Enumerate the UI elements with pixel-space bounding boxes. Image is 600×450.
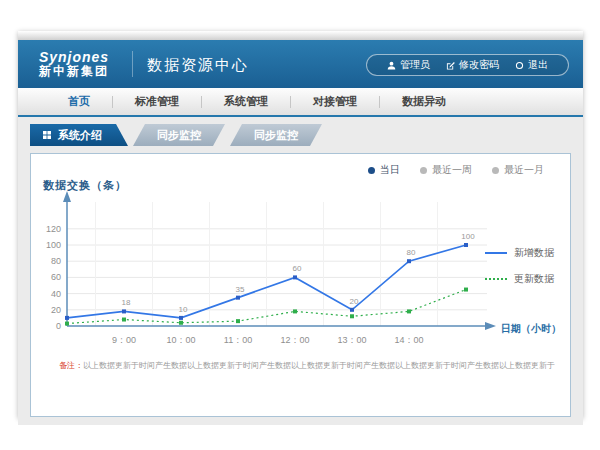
nav-item-home[interactable]: 首页 — [46, 94, 112, 109]
svg-text:20: 20 — [350, 297, 359, 306]
svg-text:60: 60 — [51, 272, 61, 282]
svg-text:14：00: 14：00 — [394, 335, 423, 345]
nav-item-interface-mgmt[interactable]: 对接管理 — [291, 94, 379, 109]
admin-user-button[interactable]: 管理员 — [379, 58, 438, 72]
svg-text:0: 0 — [56, 321, 61, 331]
edit-icon — [446, 61, 455, 70]
range-filter: 当日 最近一周 最近一月 — [368, 163, 544, 177]
change-password-button[interactable]: 修改密码 — [438, 58, 507, 72]
footnote-prefix: 备注： — [59, 361, 83, 370]
window-top-strip — [18, 31, 583, 40]
tab-sync-monitor-2[interactable]: 同步监控 — [230, 124, 322, 146]
svg-text:100: 100 — [461, 232, 475, 241]
radio-dot-icon — [368, 167, 375, 174]
tab-label: 同步监控 — [157, 124, 201, 146]
logo-brand-text: Synjones — [28, 50, 120, 65]
main-nav: 首页 标准管理 系统管理 对接管理 数据异动 — [18, 88, 583, 117]
chart-panel: 当日 最近一周 最近一月 数据交换（条） 0204060801001209：00… — [30, 153, 571, 417]
radio-label: 最近一月 — [504, 163, 544, 177]
legend-label: 新增数据 — [514, 246, 554, 260]
company-logo: Synjones 新中新集团 — [28, 50, 120, 79]
footnote-text: 以上数据更新于时间产生数据以上数据更新于时间产生数据以上数据更新于时间产生数据以… — [83, 361, 555, 370]
svg-text:40: 40 — [51, 289, 61, 299]
svg-text:11：00: 11：00 — [224, 335, 252, 345]
radio-label: 当日 — [380, 163, 400, 177]
tab-label: 同步监控 — [254, 124, 298, 146]
grid-icon — [42, 130, 52, 140]
logout-label: 退出 — [528, 58, 548, 72]
svg-text:20: 20 — [51, 305, 61, 315]
svg-text:80: 80 — [51, 256, 61, 266]
nav-item-data-change[interactable]: 数据异动 — [380, 94, 468, 109]
dotted-line-swatch-icon — [485, 278, 507, 280]
tab-label: 系统介绍 — [58, 124, 102, 146]
tab-bar: 系统介绍 同步监控 同步监控 — [30, 124, 583, 146]
svg-text:10: 10 — [179, 305, 188, 314]
logout-button[interactable]: 退出 — [507, 58, 556, 72]
svg-text:13：00: 13：00 — [337, 335, 366, 345]
app-header: Synjones 新中新集团 数据资源中心 管理员 修改密码 退出 — [18, 40, 583, 88]
svg-text:80: 80 — [407, 248, 416, 257]
svg-text:12：00: 12：00 — [280, 335, 309, 345]
radio-dot-icon — [420, 167, 427, 174]
legend-item-updated-data[interactable]: 更新数据 — [485, 272, 554, 286]
svg-text:9：00: 9：00 — [112, 335, 136, 345]
user-icon — [387, 61, 396, 70]
radio-last-week[interactable]: 最近一周 — [420, 163, 472, 177]
chart-legend: 新增数据 更新数据 — [485, 246, 554, 286]
admin-label: 管理员 — [400, 58, 430, 72]
legend-item-new-data[interactable]: 新增数据 — [485, 246, 554, 260]
radio-label: 最近一周 — [432, 163, 472, 177]
footnote: 备注：以上数据更新于时间产生数据以上数据更新于时间产生数据以上数据更新于时间产生… — [59, 360, 562, 371]
svg-text:日期（小时）: 日期（小时） — [501, 323, 561, 334]
radio-today[interactable]: 当日 — [368, 163, 400, 177]
svg-text:120: 120 — [46, 224, 61, 234]
nav-item-standard-mgmt[interactable]: 标准管理 — [113, 94, 201, 109]
logo-cn-text: 新中新集团 — [28, 65, 120, 78]
page-title: 数据资源中心 — [132, 51, 249, 77]
svg-text:35: 35 — [236, 285, 245, 294]
app-window: Synjones 新中新集团 数据资源中心 管理员 修改密码 退出 — [18, 31, 583, 418]
tab-system-intro[interactable]: 系统介绍 — [30, 124, 128, 146]
nav-item-system-mgmt[interactable]: 系统管理 — [202, 94, 290, 109]
radio-last-month[interactable]: 最近一月 — [492, 163, 544, 177]
content-area: 系统介绍 同步监控 同步监控 当日 最近一周 — [18, 124, 583, 425]
change-password-label: 修改密码 — [459, 58, 499, 72]
svg-text:18: 18 — [122, 298, 131, 307]
user-toolbar: 管理员 修改密码 退出 — [366, 54, 569, 76]
svg-text:60: 60 — [293, 264, 302, 273]
svg-text:100: 100 — [46, 240, 61, 250]
legend-label: 更新数据 — [514, 272, 554, 286]
power-icon — [515, 61, 524, 70]
solid-line-swatch-icon — [485, 252, 507, 254]
radio-dot-icon — [492, 167, 499, 174]
svg-text:10：00: 10：00 — [166, 335, 195, 345]
tab-sync-monitor-1[interactable]: 同步监控 — [133, 124, 225, 146]
